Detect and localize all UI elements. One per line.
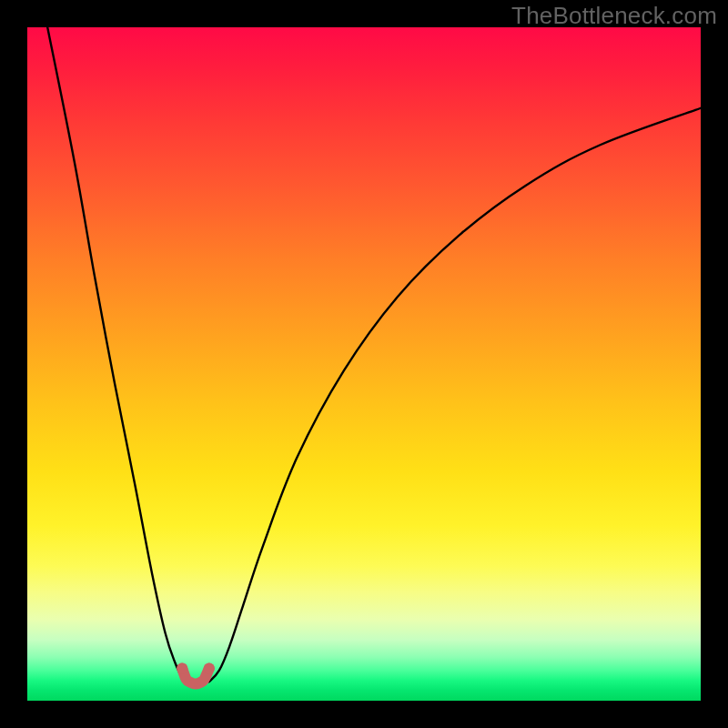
right-branch-curve [209, 108, 701, 682]
curve-layer [27, 27, 701, 701]
chart-frame: TheBottleneck.com [0, 0, 728, 728]
valley-cap-right [204, 662, 215, 673]
left-branch-curve [47, 27, 188, 682]
watermark-text: TheBottleneck.com [511, 2, 717, 30]
valley-cap-left [177, 662, 187, 673]
plot-area [27, 27, 701, 701]
